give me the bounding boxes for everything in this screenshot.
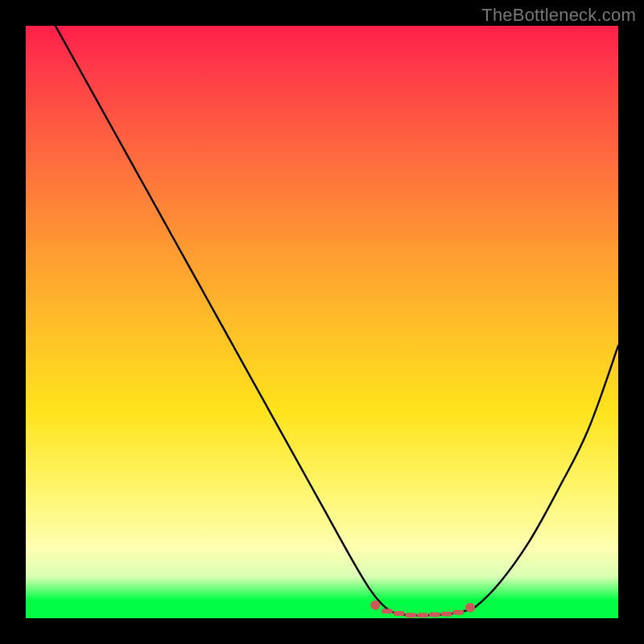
trough-marker-dash	[452, 610, 464, 615]
bottleneck-curve-svg	[26, 26, 618, 618]
trough-marker-dash	[417, 613, 428, 617]
trough-marker-dash	[405, 613, 416, 617]
chart-frame: TheBottleneck.com	[0, 0, 644, 644]
trough-marker-dash	[394, 611, 405, 616]
bottleneck-curve-line	[56, 26, 618, 616]
trough-marker-dash	[429, 613, 440, 617]
gradient-plot-area	[26, 26, 618, 618]
trough-markers	[370, 601, 475, 618]
trough-marker-dash	[441, 612, 452, 617]
trough-marker-dot	[465, 603, 475, 613]
watermark-label: TheBottleneck.com	[481, 5, 636, 26]
trough-marker-dash	[382, 609, 393, 613]
trough-marker-dot	[370, 601, 380, 610]
